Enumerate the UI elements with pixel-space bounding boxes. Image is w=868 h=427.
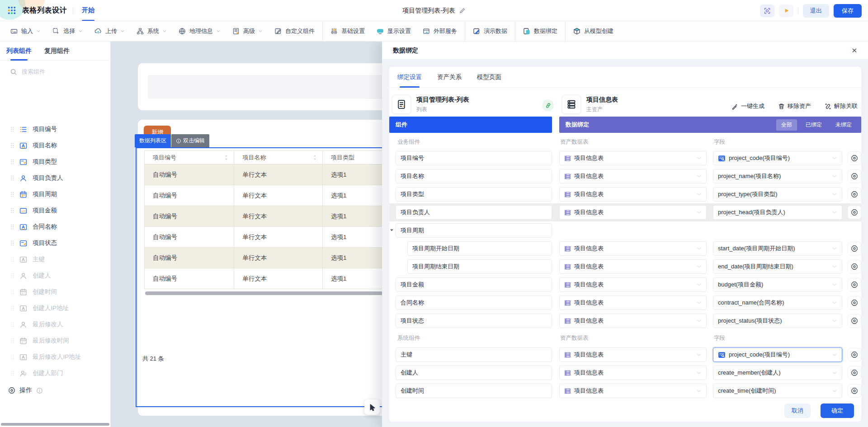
data-table-select[interactable]: 项目信息表 (559, 151, 707, 165)
ordered-list-icon (19, 125, 27, 133)
field-select[interactable]: contract_name(合同名称) (713, 296, 842, 310)
sidebar-component-item[interactable]: 项目状态 (0, 235, 111, 251)
data-table-select[interactable]: 项目信息表 (559, 277, 707, 292)
sidebar-component-item[interactable]: 项目类型 (0, 154, 111, 170)
data-table-select[interactable]: 项目信息表 (559, 169, 707, 183)
sidebar-component-item[interactable]: 项目编号 (0, 121, 111, 137)
sidebar-component-item[interactable]: 项目负责人 (0, 170, 111, 186)
exit-button[interactable]: 退出 (803, 4, 829, 18)
data-table-select[interactable]: 项目信息表 (559, 187, 707, 202)
tab-list-components[interactable]: 列表组件 (6, 42, 32, 61)
pointer-tool-button[interactable] (364, 399, 380, 415)
sidebar-component-item[interactable]: 123 项目金额 (0, 202, 111, 219)
chevron-down-icon (832, 318, 837, 324)
column-header[interactable]: 项目名称 (234, 151, 322, 164)
field-select[interactable]: end_date(项目周期结束日期) (713, 259, 842, 274)
sidebar-component-item[interactable]: 最后修改人 (0, 316, 111, 333)
tab-reusable-components[interactable]: 复用组件 (44, 42, 70, 61)
column-header[interactable]: 项目编号 (145, 151, 234, 164)
tab-asset-relations[interactable]: 资产关系 (437, 67, 462, 88)
field-select[interactable]: create_time(创建时间) (713, 384, 842, 398)
toolbar-action[interactable]: 演示数据 (465, 21, 513, 42)
one-click-generate-button[interactable]: 一键生成 (731, 102, 764, 110)
field-settings-button[interactable] (848, 260, 861, 273)
sidebar-component-item[interactable]: 项目周期 (0, 186, 111, 202)
filter-all[interactable]: 全部 (776, 119, 797, 131)
toolbar-action[interactable]: 数据绑定 (515, 21, 563, 42)
field-select[interactable]: project_code(项目编号) (713, 151, 842, 165)
sort-icon[interactable] (223, 155, 229, 160)
confirm-button[interactable]: 确定 (821, 404, 854, 418)
field-settings-button[interactable] (848, 188, 861, 201)
filter-unbound[interactable]: 未绑定 (830, 119, 857, 131)
drag-handle-icon (9, 289, 15, 296)
toolbar-dropdown[interactable]: 输入 (5, 21, 47, 42)
binding-row: 项目编号 项目信息表 project_code(项目编号) (389, 149, 861, 167)
toolbar-action[interactable]: 自定义组件 (269, 21, 321, 42)
edit-pencil-icon[interactable] (459, 7, 466, 14)
toolbar-dropdown[interactable]: 上传 (89, 21, 131, 42)
field-select[interactable]: start_date(项目周期开始日期) (713, 241, 842, 256)
filter-bound[interactable]: 已绑定 (801, 119, 827, 131)
data-table-select[interactable]: 项目信息表 (559, 259, 707, 274)
toolbar-dropdown[interactable]: 选择 (47, 21, 89, 42)
toolbar-action[interactable]: 基础设置 (322, 21, 371, 42)
save-button[interactable]: 保存 (834, 4, 862, 18)
sidebar-operation-row[interactable]: 操作 (0, 383, 111, 398)
close-icon[interactable]: ✕ (851, 47, 857, 55)
field-settings-button[interactable] (848, 366, 861, 380)
field-select[interactable]: project_type(项目类型) (713, 187, 842, 202)
preview-play-button[interactable] (779, 5, 793, 17)
data-table-icon (564, 209, 571, 216)
sidebar-component-item[interactable]: 最后修改时间 (0, 333, 111, 349)
sidebar-component-item[interactable]: 最后修改人IP地址 (0, 349, 111, 365)
field-select[interactable]: project_head(项目负责人) (713, 205, 842, 220)
fullscreen-button[interactable] (760, 5, 774, 17)
sidebar-component-item[interactable]: 创建人部门 (0, 365, 111, 381)
sidebar-component-item[interactable]: 创建人 (0, 267, 111, 284)
toolbar-action[interactable]: 从模型创建 (565, 21, 619, 42)
toolbar-dropdown[interactable]: 系统 (131, 21, 173, 42)
toolbar-action[interactable]: 外部服务 (417, 21, 463, 42)
toolbar-action[interactable]: 显示设置 (371, 21, 417, 42)
unlink-button[interactable]: 解除关联 (825, 102, 858, 110)
sidebar-component-item[interactable]: 项目名称 (0, 137, 111, 154)
tab-model-pages[interactable]: 模型页面 (477, 67, 501, 88)
data-table-select[interactable]: 项目信息表 (559, 205, 707, 220)
remove-asset-button[interactable]: 移除资产 (778, 102, 811, 110)
toolbar-dropdown[interactable]: 高级 (226, 21, 269, 42)
data-table-select[interactable]: 项目信息表 (559, 366, 707, 380)
data-table-select[interactable]: 项目信息表 (559, 296, 707, 310)
tab-start[interactable]: 开始 (79, 0, 97, 21)
component-search[interactable]: 搜索组件 (0, 61, 110, 79)
field-settings-button[interactable] (848, 314, 861, 328)
data-table-select[interactable]: 项目信息表 (559, 384, 707, 398)
dialog-header: 数据绑定 ✕ (382, 42, 868, 60)
field-settings-button[interactable] (848, 151, 861, 165)
tab-binding-settings[interactable]: 绑定设置 (397, 67, 422, 88)
sidebar-component-item[interactable]: 合同名称 (0, 219, 111, 235)
field-select[interactable]: project_name(项目名称) (713, 169, 842, 183)
field-settings-button[interactable] (848, 206, 861, 219)
sidebar-component-item[interactable]: 创建时间 (0, 284, 111, 300)
field-settings-button[interactable] (848, 348, 861, 361)
cancel-button[interactable]: 取消 (784, 404, 811, 418)
horizontal-scrollbar[interactable] (1, 423, 109, 426)
field-settings-button[interactable] (848, 296, 861, 310)
data-table-select[interactable]: 项目信息表 (559, 314, 707, 328)
field-select[interactable]: create_member(创建人) (713, 366, 842, 380)
field-settings-button[interactable] (848, 384, 861, 398)
field-settings-button[interactable] (848, 169, 861, 183)
sidebar-component-item[interactable]: 创建人IP地址 (0, 300, 111, 316)
sidebar-component-item[interactable]: 主键 (0, 251, 111, 267)
field-select[interactable]: budget(项目金额) (713, 277, 842, 292)
collapse-triangle-icon[interactable] (389, 228, 394, 233)
data-table-select[interactable]: 项目信息表 (559, 241, 707, 256)
field-select[interactable]: project_code(项目编号) (713, 347, 842, 362)
toolbar-dropdown[interactable]: 地理信息 (173, 21, 226, 42)
data-table-select[interactable]: 项目信息表 (559, 347, 707, 362)
field-settings-button[interactable] (848, 278, 861, 291)
sort-icon[interactable] (312, 155, 318, 160)
field-settings-button[interactable] (848, 242, 861, 255)
field-select[interactable]: project_status(项目状态) (713, 314, 842, 328)
